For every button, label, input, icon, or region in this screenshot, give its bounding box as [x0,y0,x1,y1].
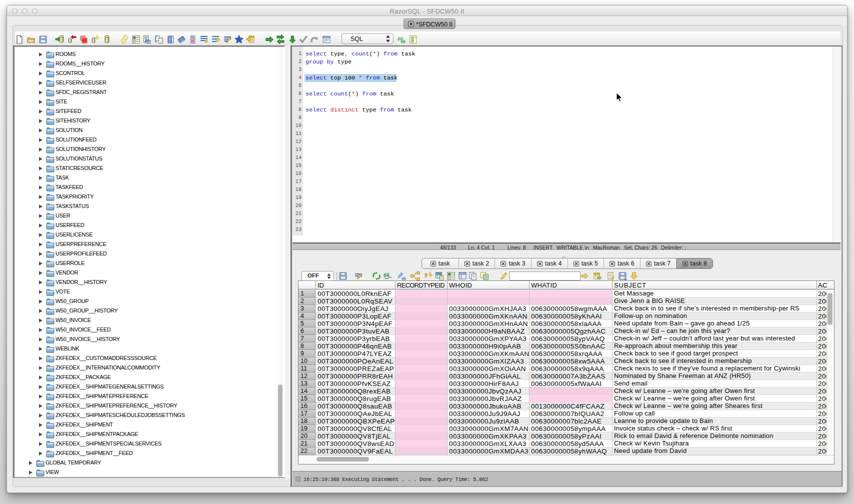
svg-text:66: 66 [398,36,404,42]
svg-text:66: 66 [384,272,390,278]
